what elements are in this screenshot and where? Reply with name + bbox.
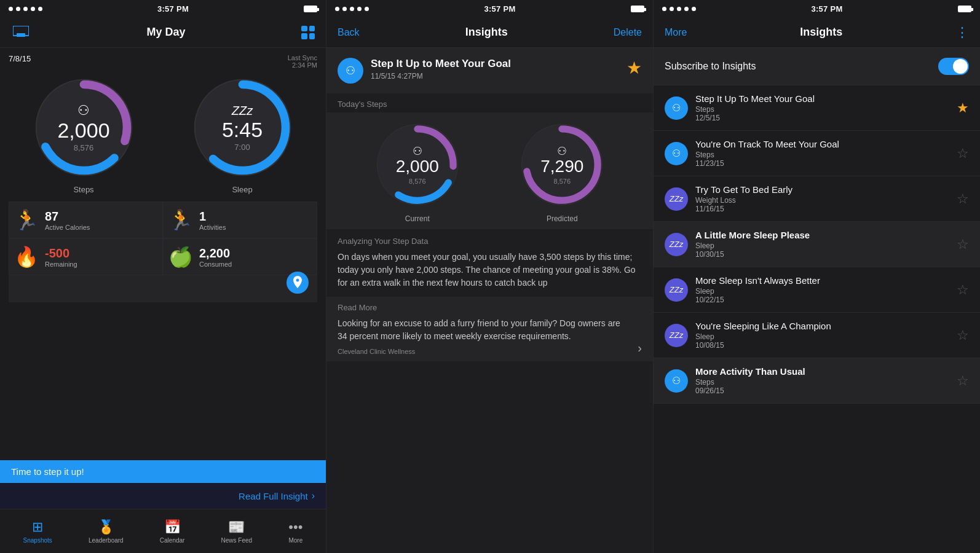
- predicted-inner: ⚇ 7,290 8,576: [540, 144, 583, 185]
- cta-banner: Time to step it up!: [0, 460, 326, 483]
- current-sub: 8,576: [409, 178, 426, 185]
- nav-leaderboard[interactable]: 🏅 Leaderboard: [89, 519, 124, 544]
- stat-remaining: 🔥 -500 Remaining: [9, 238, 163, 275]
- read-more-label: Read More: [338, 303, 642, 312]
- item3-icon: ZZz: [665, 233, 688, 256]
- current-person-icon: ⚇: [413, 144, 422, 158]
- inbox-icon[interactable]: [11, 24, 31, 41]
- list-item[interactable]: ⚇ Step It Up To Meet Your Goal Steps 12/…: [654, 85, 980, 131]
- item5-star[interactable]: ☆: [957, 327, 969, 343]
- circles-row-s2: ⚇ 2,000 8,576 Current ⚇ 7,290 8,576: [326, 112, 653, 229]
- item3-date: 10/30/15: [695, 250, 949, 259]
- read-more-source: Cleveland Clinic Wellness: [338, 348, 631, 355]
- calendar-icon: 📅: [164, 519, 181, 535]
- item6-star[interactable]: ☆: [957, 373, 969, 389]
- item1-star[interactable]: ☆: [957, 146, 969, 162]
- active-calories-info: 87 Active Calories: [45, 210, 90, 231]
- steps-circle-container: ⚇ 2,000 8,576 Steps: [9, 74, 159, 194]
- snapshots-icon: ⊞: [32, 519, 43, 535]
- battery-3: [958, 6, 971, 12]
- item2-icon-text: ZZz: [670, 194, 683, 203]
- signal-dots-2: [335, 7, 369, 11]
- list-item[interactable]: ⚇ You're On Track To Meet Your Goal Step…: [654, 131, 980, 176]
- navbar-2: Back Insights Delete: [326, 17, 653, 48]
- sleep-inner: ZZz 5:45 7:00: [222, 104, 263, 152]
- navbar-1: My Day: [0, 17, 326, 48]
- item0-star[interactable]: ★: [957, 100, 969, 116]
- item6-category: Steps: [695, 378, 949, 386]
- item0-icon-text: ⚇: [672, 102, 681, 114]
- list-item[interactable]: ZZz You're Sleeping Like A Champion Slee…: [654, 313, 980, 358]
- item0-title: Step It Up To Meet Your Goal: [695, 93, 949, 104]
- insight-star-filled[interactable]: ★: [626, 58, 642, 78]
- active-calories-value: 87: [45, 210, 90, 224]
- last-sync-time: 2:34 PM: [288, 61, 317, 69]
- item6-icon-text: ⚇: [672, 375, 681, 386]
- nav-newsfeed[interactable]: 📰 News Feed: [221, 519, 253, 544]
- read-more-section: Read More Looking for an excuse to add a…: [326, 297, 653, 361]
- item5-content: You're Sleeping Like A Champion Sleep 10…: [695, 321, 949, 350]
- sleep-circle: ZZz 5:45 7:00: [189, 74, 296, 181]
- item4-star[interactable]: ☆: [957, 282, 969, 298]
- item1-category: Steps: [695, 151, 949, 159]
- activities-info: 1 Activities: [199, 210, 226, 231]
- location-pin[interactable]: [286, 272, 309, 294]
- navbar-3: More Insights ⋮: [654, 17, 980, 48]
- read-full-text: Read Full Insight: [239, 491, 308, 501]
- stat-active-calories: 🏃 87 Active Calories: [9, 202, 163, 238]
- read-full-row[interactable]: Read Full Insight ›: [0, 483, 326, 509]
- nav-snapshots[interactable]: ⊞ Snapshots: [23, 519, 52, 544]
- item5-date: 10/08/15: [695, 341, 949, 350]
- consumed-info: 2,200 Consumed: [199, 246, 232, 268]
- steps-circle: ⚇ 2,000 8,576: [30, 74, 138, 181]
- item6-content: More Activity Than Usual Steps 09/26/15: [695, 366, 949, 395]
- steps-person-icon: ⚇: [77, 103, 90, 119]
- sleep-main-value: 5:45: [222, 119, 263, 140]
- back-button[interactable]: Back: [338, 27, 360, 38]
- delete-button[interactable]: Delete: [614, 27, 642, 38]
- insights-list: ⚇ Step It Up To Meet Your Goal Steps 12/…: [654, 85, 980, 553]
- sync-info: Last Sync 2:34 PM: [288, 54, 317, 69]
- activities-icon: 🏃: [168, 208, 193, 232]
- steps-inner: ⚇ 2,000 8,576: [57, 103, 109, 152]
- list-item[interactable]: ZZz Try To Get To Bed Early Weight Loss …: [654, 176, 980, 222]
- consumed-icon: 🍏: [168, 245, 193, 269]
- newsfeed-label: News Feed: [221, 537, 253, 544]
- nav-more[interactable]: ••• More: [288, 519, 302, 544]
- analyze-text: On days when you meet your goal, you usu…: [338, 251, 642, 289]
- insight-header-icon: ⚇: [338, 58, 363, 84]
- list-item[interactable]: ZZz More Sleep Isn't Always Better Sleep…: [654, 267, 980, 313]
- bottom-nav-1: ⊞ Snapshots 🏅 Leaderboard 📅 Calendar 📰 N…: [0, 509, 326, 553]
- item2-date: 11/16/15: [695, 205, 949, 213]
- dot1: [9, 7, 13, 11]
- item1-icon-text: ⚇: [672, 147, 681, 159]
- read-more-arrow-icon[interactable]: ›: [638, 341, 642, 355]
- more-button[interactable]: More: [665, 27, 687, 38]
- date-sync-row: 7/8/15 Last Sync 2:34 PM: [9, 54, 317, 69]
- remaining-info: -500 Remaining: [45, 246, 77, 268]
- item6-icon: ⚇: [665, 369, 688, 393]
- read-more-content: Looking for an excuse to add a furry fri…: [338, 317, 642, 355]
- item2-star[interactable]: ☆: [957, 191, 969, 207]
- insight-main-title: Step It Up to Meet Your Goal: [371, 58, 511, 70]
- dots-menu-icon[interactable]: ⋮: [955, 25, 969, 41]
- stat-consumed: 🍏 2,200 Consumed: [163, 238, 317, 275]
- nav-calendar[interactable]: 📅 Calendar: [160, 519, 185, 544]
- signal-dots: [9, 7, 42, 11]
- item2-content: Try To Get To Bed Early Weight Loss 11/1…: [695, 184, 949, 213]
- subscribe-toggle[interactable]: [938, 58, 969, 75]
- steps-label: Steps: [73, 185, 93, 194]
- list-item[interactable]: ⚇ More Activity Than Usual Steps 09/26/1…: [654, 358, 980, 404]
- predicted-circle-container: ⚇ 7,290 8,576 Predicted: [516, 119, 608, 223]
- screen2-panel: 3:57 PM Back Insights Delete ⚇ Step It U…: [326, 0, 654, 553]
- sleep-circle-container: ZZz 5:45 7:00 Sleep: [167, 74, 317, 194]
- grid-icon[interactable]: [301, 26, 315, 39]
- item3-star[interactable]: ☆: [957, 237, 969, 253]
- item0-icon: ⚇: [665, 96, 688, 120]
- item1-title: You're On Track To Meet Your Goal: [695, 139, 949, 150]
- leaderboard-label: Leaderboard: [89, 537, 124, 544]
- item5-icon-text: ZZz: [670, 331, 683, 340]
- list-item[interactable]: ZZz A Little More Sleep Please Sleep 10/…: [654, 222, 980, 267]
- item2-category: Weight Loss: [695, 196, 949, 205]
- calendar-label: Calendar: [160, 537, 185, 544]
